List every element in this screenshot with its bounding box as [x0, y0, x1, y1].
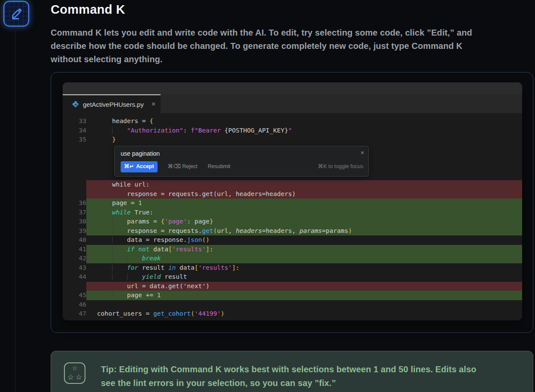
line-number: 43: [63, 263, 86, 273]
code-text: while True:: [86, 208, 522, 217]
line-number: 42: [63, 254, 86, 263]
code-text: data = response.json(): [86, 235, 522, 245]
tab-close-icon[interactable]: ×: [152, 101, 155, 108]
code-text: headers = {: [86, 117, 522, 126]
code-line: 37 while True:: [63, 208, 522, 217]
page-title: Command K: [51, 3, 533, 17]
line-number: 38: [63, 217, 86, 226]
code-line: while url:: [63, 180, 522, 190]
code-text: response = requests.get(url, headers=hea…: [86, 190, 522, 199]
intro-line: describe how the code should be changed.…: [51, 39, 533, 53]
code-text: for result in data['results']:: [86, 263, 522, 273]
tip-line: Tip: Editing with Command K works best w…: [101, 362, 476, 376]
line-number: 47: [63, 309, 86, 319]
code-line: 34 "Authorization": f"Bearer {POSTHOG_AP…: [63, 126, 522, 136]
timeline-rule: [15, 31, 15, 392]
code-line: 42 break: [63, 254, 522, 263]
code-text: yield result: [86, 272, 522, 282]
line-number: [63, 282, 86, 291]
reject-label: Reject: [182, 163, 197, 169]
content: Command K Command K lets you edit and wr…: [51, 0, 533, 392]
line-number: 46: [63, 300, 86, 310]
code-line: 44 yield result: [63, 272, 522, 282]
code-text: params = {'page': page}: [86, 217, 522, 226]
stars-icon: ☆ ☆ ☆: [64, 362, 85, 384]
code-line: 47cohort_users = get_cohort('44199'): [63, 309, 522, 319]
reject-button[interactable]: ⌘⌫ Reject: [168, 162, 198, 172]
tip-text: Tip: Editing with Command K works best w…: [101, 362, 476, 390]
tip-line: see the lint errors in your selection, s…: [101, 376, 476, 390]
star-glyph: ☆: [76, 374, 82, 381]
intro-paragraph: Command K lets you edit and write code w…: [51, 26, 533, 66]
code-line: 41 if not data['results']:: [63, 245, 522, 254]
editor-titlebar: [63, 82, 522, 94]
line-number: 34: [63, 126, 86, 136]
line-number: [63, 180, 86, 190]
tip-callout: ☆ ☆ ☆ Tip: Editing with Command K works …: [51, 351, 533, 392]
code-text: break: [86, 254, 522, 263]
code-text: url = data.get('next'): [86, 282, 522, 291]
resubmit-button[interactable]: Resubmit: [208, 162, 231, 172]
code-text: response = requests.get(url, headers=hea…: [86, 226, 522, 236]
intro-line: without selecting anything.: [51, 53, 533, 66]
code-line: 39 response = requests.get(url, headers=…: [63, 226, 522, 236]
line-number: 33: [63, 117, 86, 126]
code-line: response = requests.get(url, headers=hea…: [63, 190, 522, 199]
code-line: 43 for result in data['results']:: [63, 263, 522, 273]
edit-pencil-icon: [3, 1, 29, 27]
code-text: }: [86, 135, 522, 145]
code-area: 33 headers = {34 "Authorization": f"Bear…: [63, 113, 522, 320]
code-text: "Authorization": f"Bearer {POSTHOG_API_K…: [86, 126, 522, 136]
code-example-frame: getActivePHUsers.py × 33 headers = {34 "…: [51, 72, 533, 333]
accept-label: Accept: [136, 162, 154, 172]
python-file-icon: [72, 101, 79, 108]
tab-filename: getActivePHUsers.py: [83, 101, 144, 108]
code-line: 35 }: [63, 135, 522, 145]
code-text: page = 1: [86, 199, 522, 208]
code-line: url = data.get('next'): [63, 282, 522, 291]
code-line: 33 headers = {: [63, 117, 522, 126]
command-k-prompt[interactable]: use pagination × ⌘↵ Accept ⌘⌫ Reject: [114, 146, 369, 177]
code-text: while url:: [86, 180, 522, 190]
intro-line: Command K lets you edit and write code w…: [51, 26, 533, 39]
code-line: 38 params = {'page': page}: [63, 217, 522, 226]
line-number: 44: [63, 272, 86, 282]
line-number: 39: [63, 226, 86, 236]
prompt-actions: ⌘↵ Accept ⌘⌫ Reject Resubmit ⌘K to toggl…: [121, 161, 363, 173]
code-editor-window: getActivePHUsers.py × 33 headers = {34 "…: [63, 82, 522, 320]
editor-tab-bar: getActivePHUsers.py ×: [63, 94, 522, 113]
line-number: 45: [63, 291, 86, 300]
code-lines-before: 33 headers = {34 "Authorization": f"Bear…: [63, 117, 522, 145]
reject-shortcut: ⌘⌫: [168, 163, 181, 169]
code-lines-after: while url: response = requests.get(url, …: [63, 180, 522, 319]
line-number: 35: [63, 135, 86, 145]
code-text: cohort_users = get_cohort('44199'): [86, 309, 522, 319]
accept-button[interactable]: ⌘↵ Accept: [121, 161, 158, 173]
code-line: 46: [63, 300, 522, 310]
line-number: 41: [63, 245, 86, 254]
line-number: [63, 190, 86, 199]
line-number: 40: [63, 235, 86, 245]
tab-getactivephusers[interactable]: getActivePHUsers.py ×: [63, 94, 161, 113]
code-line: 45 page += 1: [63, 291, 522, 300]
code-text: if not data['results']:: [86, 245, 522, 254]
prompt-input[interactable]: use pagination: [121, 150, 363, 157]
line-number: 36: [63, 199, 86, 208]
page: Command K Command K lets you edit and wr…: [0, 0, 535, 392]
code-line: 40 data = response.json(): [63, 235, 522, 245]
prompt-close-icon[interactable]: ×: [361, 148, 364, 158]
focus-hint: ⌘K to toggle focus: [318, 162, 363, 172]
star-glyph: ☆: [67, 374, 74, 381]
accept-shortcut: ⌘↵: [124, 162, 134, 172]
star-glyph: ☆: [72, 365, 78, 371]
code-text: [86, 300, 522, 310]
code-line: 36 page = 1: [63, 199, 522, 208]
pencil-icon: [10, 7, 23, 20]
code-text: page += 1: [86, 291, 522, 300]
line-number: 37: [63, 208, 86, 217]
